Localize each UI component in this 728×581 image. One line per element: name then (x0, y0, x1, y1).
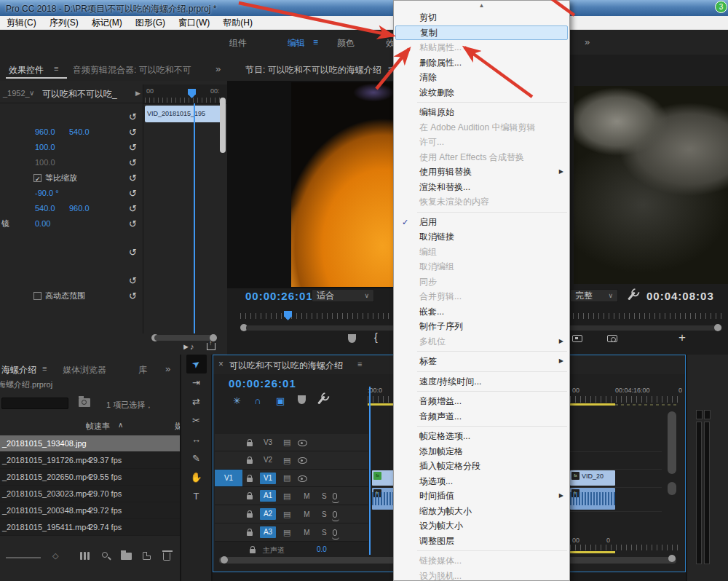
sync-lock-icon[interactable]: ▤ (283, 473, 290, 483)
context-menu-item[interactable]: 多机位 ▶ (394, 334, 569, 349)
new-bin-icon[interactable] (121, 553, 132, 560)
context-menu-item[interactable] (394, 349, 569, 354)
solo-button[interactable]: S (315, 510, 333, 518)
play-audio-icon[interactable]: ►♪ (182, 342, 194, 351)
track-target-button[interactable]: V3 (260, 437, 276, 448)
program-zoom-select[interactable]: 适合 ∨ (312, 289, 374, 302)
menubar-item[interactable]: 序列(S) (43, 16, 85, 30)
secondary-ruler[interactable] (570, 545, 681, 550)
param-checkbox[interactable] (33, 174, 41, 182)
voiceover-mic-icon[interactable] (333, 489, 337, 502)
context-menu-item[interactable]: 在 Adobe Audition 中编辑剪辑 (394, 120, 569, 135)
program-timecode[interactable]: 00:00:26:01 (245, 290, 313, 302)
context-menu-item[interactable]: 取消编组 (394, 259, 569, 274)
param-value[interactable]: 100.0 (35, 155, 55, 170)
context-menu-item[interactable]: 场选项... (394, 474, 569, 489)
track-lock-icon[interactable] (247, 436, 260, 449)
scrollbar-knob[interactable] (221, 556, 228, 564)
sequence-tab-title[interactable]: 可以吃和不可以吃的海螺介绍 (229, 360, 343, 372)
work-area-bar[interactable] (570, 403, 615, 406)
insert-overwrite-nest-icon[interactable]: ✳ (233, 395, 241, 406)
camera-snapshot-icon[interactable] (607, 335, 617, 342)
tool-button[interactable]: ⇄ (186, 392, 207, 411)
tool-button[interactable]: ↔ (186, 430, 207, 449)
context-menu-item[interactable]: 插入帧定格分段 (394, 459, 569, 474)
track-lock-icon[interactable] (247, 526, 260, 539)
tool-button[interactable]: ⇥ (186, 374, 207, 392)
context-menu-item[interactable]: 时间插值 ▶ (394, 489, 569, 504)
search-bin-icon[interactable] (79, 398, 90, 407)
reset-parameter-icon[interactable]: ↺ (129, 140, 137, 155)
sync-lock-icon[interactable]: ▤ (283, 491, 290, 501)
track-target-button[interactable]: A1 (260, 490, 276, 502)
panel-menu-icon[interactable]: ≡ (54, 64, 58, 73)
context-menu-item[interactable]: 缩放为帧大小 (394, 504, 569, 519)
column-header-framerate[interactable]: 帧速率 (86, 421, 110, 432)
context-menu-item[interactable]: 编组 (394, 245, 569, 260)
context-menu-item[interactable] (394, 210, 569, 215)
track-lock-icon[interactable] (247, 507, 260, 521)
track-lock-icon[interactable] (247, 489, 260, 502)
vertical-scrollbar-handle[interactable] (668, 411, 676, 474)
menubar-item[interactable]: 帮助(H) (216, 16, 259, 30)
reset-parameter-icon[interactable]: ↺ (129, 155, 137, 170)
panel-menu-icon[interactable]: ≡ (357, 360, 362, 368)
menubar-item[interactable]: 标记(M) (85, 16, 129, 30)
workspace-overflow-icon[interactable]: » (585, 36, 590, 47)
search-input[interactable] (1, 398, 68, 409)
context-menu-item[interactable]: 使用剪辑替换 ▶ (394, 165, 569, 180)
find-icon[interactable] (102, 552, 108, 558)
context-menu-item[interactable]: 使用 After Effects 合成替换 (394, 150, 569, 165)
context-menu-item[interactable]: 编辑原始 (394, 105, 569, 120)
context-menu-item[interactable]: 许可... (394, 135, 569, 150)
source-patch[interactable] (215, 434, 242, 451)
mute-button[interactable]: M (298, 492, 315, 500)
reference-scrollbar-knob[interactable] (714, 324, 721, 331)
project-file-row[interactable]: _20181015_202650.mp4 29.55 fps (0, 469, 180, 486)
play-toggle-icon[interactable]: ▶ (135, 90, 141, 97)
linked-selection-icon[interactable]: ▣ (276, 395, 285, 406)
panel-menu-icon[interactable]: ≡ (388, 64, 392, 73)
effects-mini-timeline-ruler[interactable]: 00 00: (143, 84, 227, 104)
voiceover-mic-icon[interactable] (333, 526, 337, 539)
context-menu-item[interactable]: ✓ 启用 (394, 215, 569, 230)
export-frame-icon[interactable] (572, 335, 582, 342)
reset-parameter-icon[interactable]: ↺ (129, 245, 137, 260)
track-lock-icon[interactable] (247, 472, 260, 485)
context-menu-item[interactable]: 波纹删除 (394, 85, 569, 100)
sort-ascending-icon[interactable]: ∧ (118, 421, 123, 429)
track-lock-icon[interactable] (250, 547, 256, 555)
menubar-item[interactable]: 图形(G) (129, 16, 172, 30)
context-menu-item[interactable]: 音频声道... (394, 409, 569, 424)
context-menu-item[interactable]: 复制 (395, 25, 568, 41)
context-menu-item[interactable]: 剪切 (394, 10, 569, 25)
tool-button[interactable]: ✋ (186, 468, 207, 487)
close-icon[interactable]: × (218, 359, 223, 369)
reset-parameter-icon[interactable]: ↺ (129, 201, 137, 216)
timeline-ruler-right[interactable] (570, 396, 681, 403)
menubar-item[interactable]: 剪辑(C) (0, 16, 43, 30)
sync-lock-icon[interactable]: ▤ (283, 510, 290, 519)
project-file-row[interactable]: _20181015_203023.mp4 29.70 fps (0, 486, 180, 502)
context-menu-item[interactable]: 调整图层 (394, 534, 569, 549)
context-menu-item[interactable]: 音频增益... (394, 394, 569, 409)
param-value-2[interactable]: 960.0 (69, 201, 90, 216)
context-menu-item[interactable] (394, 548, 569, 553)
context-menu-item[interactable]: 嵌套... (394, 304, 569, 320)
work-area-bar[interactable] (570, 551, 615, 553)
reset-parameter-icon[interactable]: ↺ (129, 109, 137, 125)
notification-badge[interactable]: 3 (715, 1, 727, 13)
track-output-eye-icon[interactable] (298, 472, 307, 485)
context-menu-item[interactable]: 标签 ▶ (394, 354, 569, 369)
context-menu-item[interactable]: 同步 (394, 274, 569, 290)
context-menu-item[interactable]: 链接媒体... (394, 553, 569, 569)
tool-button[interactable]: ✎ (186, 449, 207, 468)
workspace-tab-assembly[interactable]: 组件 (229, 37, 247, 50)
project-file-row[interactable]: _20181015_191726.mp4 29.37 fps (0, 452, 180, 469)
source-patch[interactable]: V1 (215, 470, 242, 486)
menubar-item[interactable]: 窗口(W) (172, 16, 216, 30)
track-target-button[interactable]: A2 (260, 508, 276, 520)
context-menu-item[interactable]: 恢复未渲染的内容 (394, 194, 569, 210)
context-menu-item[interactable] (394, 389, 569, 394)
param-value[interactable]: 540.0 (35, 201, 55, 216)
